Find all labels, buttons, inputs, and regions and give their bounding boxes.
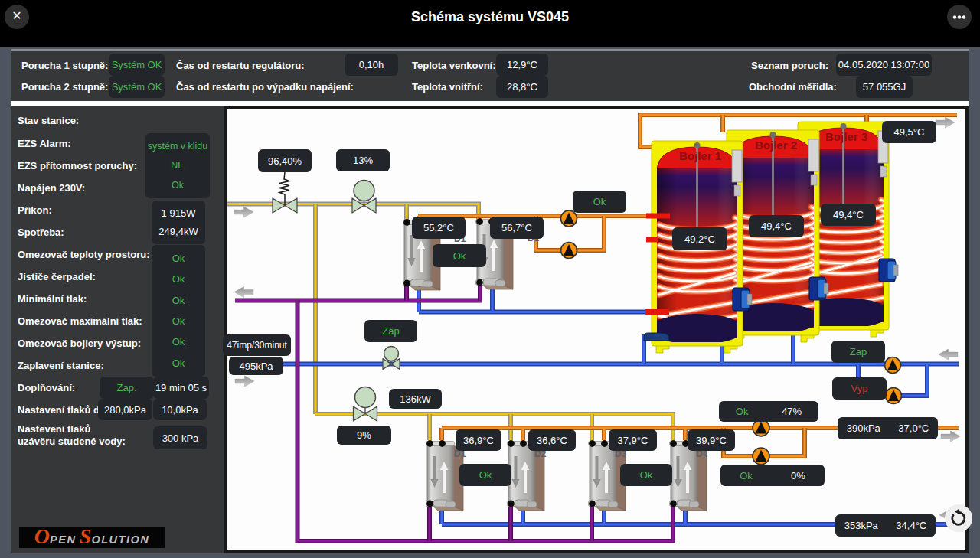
svg-text:Bojler 3: Bojler 3 [825,130,867,143]
svg-text:Bojler 2: Bojler 2 [755,139,797,152]
svg-text:Bojler 1: Bojler 1 [679,149,721,162]
